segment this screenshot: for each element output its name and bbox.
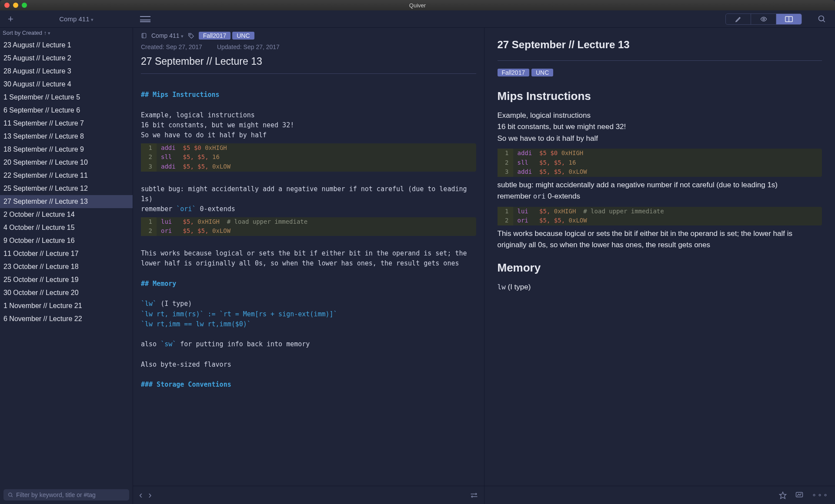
note-list-item[interactable]: 13 September // Lecture 8 [0,130,133,143]
search-icon[interactable] [818,15,826,23]
note-list-item[interactable]: 6 September // Lecture 6 [0,104,133,117]
presentation-button[interactable] [795,491,803,499]
new-note-button[interactable]: + [8,13,13,25]
note-list-item[interactable]: 1 September // Lecture 5 [0,91,133,104]
svg-rect-7 [142,33,146,38]
preview-heading: Memory [498,259,822,276]
note-list-item[interactable]: 20 September // Lecture 10 [0,156,133,169]
preview-paragraph: This works because logical or sets the b… [498,228,822,251]
window-zoom-button[interactable] [22,3,27,8]
sort-dropdown[interactable]: Sort by Created ↑ [0,28,133,39]
svg-point-5 [9,493,12,496]
viewmode-edit[interactable] [726,14,751,24]
svg-line-6 [11,496,13,497]
note-list-item[interactable]: 23 August // Lecture 1 [0,39,133,52]
note-list-item[interactable]: 6 November // Lecture 22 [0,312,133,325]
editor-pane[interactable]: Comp 411 Fall2017 UNC Created: Sep 27, 2… [133,28,484,504]
note-list-item[interactable]: 4 October // Lecture 15 [0,221,133,234]
breadcrumb-notebook[interactable]: Comp 411 [151,32,184,39]
note-list-item[interactable]: 22 September // Lecture 11 [0,169,133,182]
svg-point-0 [763,18,765,20]
note-list-item[interactable]: 23 October // Lecture 18 [0,260,133,273]
note-list-item[interactable]: 28 August // Lecture 3 [0,65,133,78]
preview-heading: Mips Instructions [498,87,822,105]
next-note-button[interactable]: › [148,490,151,501]
created-date: Created: Sep 27, 2017 [141,43,202,50]
note-title-input[interactable]: 27 September // Lecture 13 [141,54,476,74]
tag-chip[interactable]: Fall2017 [199,32,231,40]
note-list-item[interactable]: 30 August // Lecture 4 [0,78,133,91]
toolbar: + Comp 411 [0,10,835,28]
window-minimize-button[interactable] [13,3,18,8]
tag-chip[interactable]: UNC [531,69,553,76]
viewmode-segmented-control [725,13,802,25]
note-list-item[interactable]: 11 September // Lecture 7 [0,117,133,130]
preview-code-block: 1lui $5, 0xHIGH # load upper immediate2o… [498,207,822,225]
titlebar: Quiver [0,0,835,10]
swap-panes-button[interactable] [470,492,478,498]
preview-footer: ∘∘∘ [484,486,835,504]
filter-input[interactable]: Filter by keyword, title or #tag [3,489,129,501]
note-list-item[interactable]: 9 October // Lecture 16 [0,234,133,247]
note-list[interactable]: 23 August // Lecture 125 August // Lectu… [0,39,133,486]
favorite-button[interactable] [779,491,787,499]
note-list-item[interactable]: 27 September // Lecture 13 [0,195,133,208]
filter-placeholder: Filter by keyword, title or #tag [16,491,96,498]
updated-date: Updated: Sep 27, 2017 [217,43,280,50]
preview-title: 27 September // Lecture 13 [498,36,822,61]
code-block[interactable]: 1lui $5, 0xHIGH # load upper immediate2o… [141,217,476,236]
note-list-sidebar: Sort by Created ↑ 23 August // Lecture 1… [0,28,133,504]
note-list-item[interactable]: 25 August // Lecture 2 [0,52,133,65]
markdown-cell[interactable]: ## Mips Instructions Example, logical in… [133,74,484,431]
preview-code-block: 1addi $5 $0 0xHIGH2sll $5, $5, 163addi $… [498,149,822,177]
tag-chip[interactable]: Fall2017 [498,69,530,76]
viewmode-preview[interactable] [751,14,776,24]
preview-paragraph: Example, logical instructions 16 bit con… [498,110,822,144]
svg-point-3 [819,16,824,21]
note-list-item[interactable]: 25 October // Lecture 19 [0,273,133,286]
note-list-item[interactable]: 2 October // Lecture 14 [0,208,133,221]
note-list-item[interactable]: 30 October // Lecture 20 [0,286,133,299]
editor-footer: ‹ › [133,486,484,504]
prev-note-button[interactable]: ‹ [139,490,142,501]
svg-marker-12 [780,492,786,498]
tag-icon[interactable] [188,33,194,39]
more-button[interactable]: ∘∘∘ [812,491,829,499]
note-list-item[interactable]: 25 September // Lecture 12 [0,182,133,195]
window-close-button[interactable] [4,3,10,8]
tag-chip[interactable]: UNC [232,32,254,40]
code-block[interactable]: 1addi $5 $0 0xHIGH2sll $5, $5, 163addi $… [141,143,476,172]
viewmode-split[interactable] [776,14,802,24]
notebook-dropdown[interactable]: Comp 411 [20,15,133,23]
preview-paragraph: subtle bug: might accidentally add a neg… [498,179,822,202]
preview-paragraph: lw (I type) [498,282,822,293]
window-title: Quiver [409,2,426,9]
cell-menu-button[interactable] [140,16,150,22]
notebook-icon [141,32,147,39]
svg-line-4 [823,20,825,22]
note-list-item[interactable]: 11 October // Lecture 17 [0,247,133,260]
preview-pane: 27 September // Lecture 13 Fall2017 UNC … [484,28,835,504]
note-list-item[interactable]: 1 November // Lecture 21 [0,299,133,312]
svg-point-9 [190,34,190,35]
note-list-item[interactable]: 18 September // Lecture 9 [0,143,133,156]
